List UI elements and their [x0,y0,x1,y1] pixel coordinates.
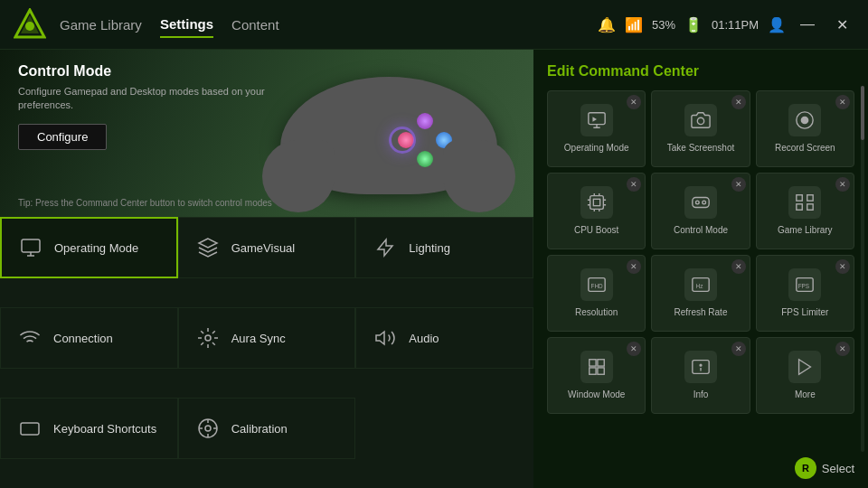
resolution-cmd-icon: FHD [580,268,613,301]
settings-item-calibration[interactable]: Calibration [178,398,356,459]
clock: 01:11PM [712,18,759,32]
command-operating-mode[interactable]: ✕ Operating Mode [547,90,646,167]
fps-limiter-cmd-icon: FPS [788,268,821,301]
settings-item-gamevisual[interactable]: GameVisual [178,217,356,278]
gamepad-ring [389,127,416,154]
cpu-cmd-icon [580,186,613,219]
svg-rect-13 [590,196,603,210]
user-icon[interactable]: 👤 [768,16,786,33]
settings-item-operating-mode[interactable]: Operating Mode [0,217,178,278]
nav-content[interactable]: Content [231,13,279,37]
close-resolution[interactable]: ✕ [627,259,641,274]
more-cmd-label: More [795,389,816,400]
svg-rect-9 [588,113,604,125]
header: Game Library Settings Content 🔔 📶 53% 🔋 … [0,0,868,50]
battery-label: 53% [652,18,675,32]
settings-item-audio[interactable]: Audio [355,307,533,369]
svg-text:FHD: FHD [590,283,603,289]
svg-point-10 [697,117,703,124]
gamevisual-label: GameVisual [231,241,296,255]
svg-rect-14 [593,199,599,205]
audio-label: Audio [409,332,439,345]
window-mode-cmd-icon [580,351,613,383]
info-cmd-label: Info [693,389,709,400]
close-control-mode[interactable]: ✕ [731,177,746,192]
scroll-thumb[interactable] [861,86,864,140]
lighting-label: Lighting [409,241,450,255]
command-info[interactable]: ✕ Info [651,337,750,414]
minimize-button[interactable]: — [795,12,820,37]
configure-button[interactable]: Configure [18,124,107,150]
close-cpu-boost[interactable]: ✕ [627,177,641,192]
settings-item-aura-sync[interactable]: Aura Sync [178,307,356,369]
command-game-library[interactable]: ✕ Game Library [756,173,854,249]
command-resolution[interactable]: ✕ FHD Resolution [547,255,646,332]
aura-sync-icon [195,325,221,351]
battery-icon: 🔋 [684,16,703,33]
svg-text:FPS: FPS [798,283,809,289]
svg-marker-5 [376,332,384,344]
close-take-screenshot[interactable]: ✕ [731,95,746,109]
close-operating-mode[interactable]: ✕ [627,95,641,109]
svg-rect-31 [598,368,604,374]
select-button[interactable]: R Select [795,457,854,479]
close-button[interactable]: ✕ [829,12,854,37]
svg-point-17 [703,201,706,204]
svg-rect-15 [693,198,709,208]
game-library-cmd-label: Game Library [778,224,833,236]
lighting-icon [373,235,398,260]
connection-label: Connection [53,332,113,345]
close-refresh-rate[interactable]: ✕ [731,259,746,274]
close-info[interactable]: ✕ [731,342,746,356]
close-window-mode[interactable]: ✕ [627,342,641,356]
cpu-boost-cmd-label: CPU Boost [574,224,618,236]
app-logo[interactable] [14,8,46,41]
operating-mode-icon [18,235,43,260]
command-control-mode[interactable]: ✕ Control Mode [651,173,750,249]
refresh-rate-cmd-icon: Hz [684,268,717,301]
settings-item-connection[interactable]: Connection [0,307,178,369]
close-game-library[interactable]: ✕ [835,177,850,192]
audio-icon [373,325,398,351]
game-library-cmd-icon [788,186,821,219]
command-record-screen[interactable]: ✕ Record Screen [756,90,854,167]
nav: Game Library Settings Content [60,12,598,38]
left-panel: Control Mode Configure Gamepad and Deskt… [0,50,533,488]
hero-section: Control Mode Configure Gamepad and Deskt… [0,50,533,217]
svg-rect-20 [797,204,802,210]
close-record-screen[interactable]: ✕ [835,95,850,109]
record-cmd-icon [788,104,821,136]
nav-game-library[interactable]: Game Library [60,13,142,37]
select-label: Select [822,462,854,475]
calibration-icon [195,416,221,441]
scroll-track[interactable] [861,86,864,452]
operating-mode-cmd-label: Operating Mode [564,142,629,154]
command-window-mode[interactable]: ✕ Window Mode [547,337,646,414]
resolution-cmd-label: Resolution [575,306,618,318]
close-fps-limiter[interactable]: ✕ [835,259,850,274]
command-take-screenshot[interactable]: ✕ Take Screenshot [651,90,750,167]
hero-title: Control Mode [18,63,307,80]
svg-point-33 [700,364,702,366]
svg-rect-32 [693,361,709,374]
command-refresh-rate[interactable]: ✕ Hz Refresh Rate [651,255,750,332]
main-content: Control Mode Configure Gamepad and Deskt… [0,50,868,488]
settings-item-keyboard-shortcuts[interactable]: Keyboard Shortcuts [0,398,178,459]
svg-point-2 [25,22,34,31]
command-fps-limiter[interactable]: ✕ FPS FPS Limiter [756,255,854,332]
hero-description: Configure Gamepad and Desktop modes base… [18,85,307,113]
btn-up [417,113,433,129]
control-mode-cmd-label: Control Mode [674,224,728,236]
command-cpu-boost[interactable]: ✕ CPU Boost [547,173,646,249]
command-more[interactable]: ✕ More [756,337,854,414]
notification-icon[interactable]: 🔔 [598,16,616,33]
keyboard-shortcuts-icon [17,416,42,441]
svg-point-16 [695,201,699,204]
svg-rect-28 [589,360,595,366]
screenshot-cmd-icon [684,104,717,136]
select-icon: R [795,457,816,479]
settings-item-lighting[interactable]: Lighting [355,217,533,278]
gamepad-right-handle [443,140,515,212]
close-more[interactable]: ✕ [835,342,850,356]
nav-settings[interactable]: Settings [160,12,213,38]
